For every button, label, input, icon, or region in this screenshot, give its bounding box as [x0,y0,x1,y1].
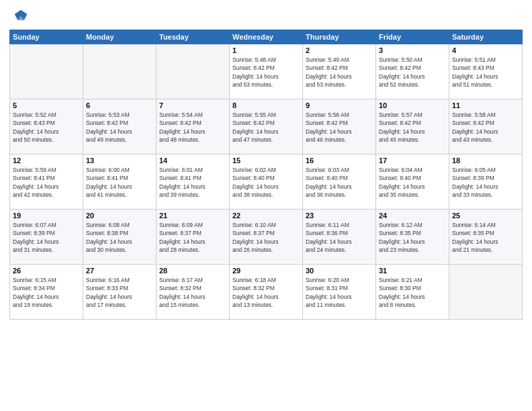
day-cell: 12Sunrise: 5:59 AMSunset: 8:41 PMDayligh… [10,154,83,210]
day-info: Sunrise: 5:51 AMSunset: 8:43 PMDaylight:… [452,56,519,89]
day-cell [157,44,230,99]
day-cell: 4Sunrise: 5:51 AMSunset: 8:43 PMDaylight… [449,44,523,99]
day-cell: 29Sunrise: 6:18 AMSunset: 8:32 PMDayligh… [230,265,303,320]
day-cell [83,44,157,99]
day-info: Sunrise: 6:16 AMSunset: 8:33 PMDaylight:… [86,276,153,309]
day-number: 16 [306,156,373,165]
day-info: Sunrise: 6:20 AMSunset: 8:31 PMDaylight:… [306,276,373,309]
day-cell: 17Sunrise: 6:04 AMSunset: 8:40 PMDayligh… [376,154,449,210]
day-cell: 9Sunrise: 5:56 AMSunset: 8:42 PMDaylight… [303,99,376,154]
day-info: Sunrise: 6:05 AMSunset: 8:39 PMDaylight:… [452,166,519,199]
day-number: 17 [379,156,446,165]
day-number: 11 [452,101,519,109]
logo-icon [9,7,28,26]
day-number: 18 [452,156,519,165]
day-info: Sunrise: 6:01 AMSunset: 8:41 PMDaylight:… [159,166,226,199]
weekday-header-friday: Friday [376,30,449,44]
day-info: Sunrise: 5:50 AMSunset: 8:42 PMDaylight:… [379,56,446,89]
day-number: 5 [13,101,80,109]
day-cell [449,265,523,320]
day-cell: 27Sunrise: 6:16 AMSunset: 8:33 PMDayligh… [83,265,157,320]
day-info: Sunrise: 6:17 AMSunset: 8:32 PMDaylight:… [159,276,226,309]
day-info: Sunrise: 5:54 AMSunset: 8:42 PMDaylight:… [159,111,226,144]
day-number: 6 [86,101,153,109]
header [9,7,523,26]
weekday-header-sunday: Sunday [10,30,83,44]
day-cell: 30Sunrise: 6:20 AMSunset: 8:31 PMDayligh… [303,265,376,320]
day-cell: 11Sunrise: 5:58 AMSunset: 8:42 PMDayligh… [449,99,523,154]
day-cell: 21Sunrise: 6:09 AMSunset: 8:37 PMDayligh… [157,210,230,265]
day-cell: 16Sunrise: 6:03 AMSunset: 8:40 PMDayligh… [303,154,376,210]
day-info: Sunrise: 5:55 AMSunset: 8:42 PMDaylight:… [232,111,300,144]
day-number: 4 [452,46,519,54]
day-number: 7 [159,101,226,109]
day-info: Sunrise: 5:49 AMSunset: 8:42 PMDaylight:… [306,56,373,89]
day-info: Sunrise: 6:08 AMSunset: 8:38 PMDaylight:… [86,221,153,254]
calendar-table: SundayMondayTuesdayWednesdayThursdayFrid… [9,30,523,320]
day-info: Sunrise: 6:18 AMSunset: 8:32 PMDaylight:… [232,276,300,309]
day-cell: 3Sunrise: 5:50 AMSunset: 8:42 PMDaylight… [376,44,449,99]
day-cell: 31Sunrise: 6:21 AMSunset: 8:30 PMDayligh… [376,265,449,320]
day-number: 13 [86,156,153,165]
day-number: 31 [379,267,446,275]
day-number: 23 [306,212,373,220]
day-cell: 5Sunrise: 5:52 AMSunset: 8:43 PMDaylight… [10,99,83,154]
day-info: Sunrise: 6:09 AMSunset: 8:37 PMDaylight:… [159,221,226,254]
week-row-5: 26Sunrise: 6:15 AMSunset: 8:34 PMDayligh… [10,265,523,320]
day-info: Sunrise: 6:15 AMSunset: 8:34 PMDaylight:… [13,276,80,309]
day-number: 26 [13,267,80,275]
day-number: 2 [306,46,373,54]
day-info: Sunrise: 6:11 AMSunset: 8:36 PMDaylight:… [306,221,373,254]
day-info: Sunrise: 6:14 AMSunset: 8:35 PMDaylight:… [452,221,519,254]
day-info: Sunrise: 5:56 AMSunset: 8:42 PMDaylight:… [306,111,373,144]
day-number: 24 [379,212,446,220]
weekday-header-saturday: Saturday [449,30,523,44]
day-cell: 24Sunrise: 6:12 AMSunset: 8:35 PMDayligh… [376,210,449,265]
day-cell: 6Sunrise: 5:53 AMSunset: 8:42 PMDaylight… [83,99,157,154]
day-info: Sunrise: 5:52 AMSunset: 8:43 PMDaylight:… [13,111,80,144]
day-cell: 2Sunrise: 5:49 AMSunset: 8:42 PMDaylight… [303,44,376,99]
day-cell: 19Sunrise: 6:07 AMSunset: 8:39 PMDayligh… [10,210,83,265]
day-cell: 15Sunrise: 6:02 AMSunset: 8:40 PMDayligh… [230,154,303,210]
day-number: 25 [452,212,519,220]
day-info: Sunrise: 6:07 AMSunset: 8:39 PMDaylight:… [13,221,80,254]
day-info: Sunrise: 5:53 AMSunset: 8:42 PMDaylight:… [86,111,153,144]
day-info: Sunrise: 6:21 AMSunset: 8:30 PMDaylight:… [379,276,446,309]
day-info: Sunrise: 6:03 AMSunset: 8:40 PMDaylight:… [306,166,373,199]
day-number: 9 [306,101,373,109]
day-number: 14 [159,156,226,165]
day-cell: 22Sunrise: 6:10 AMSunset: 8:37 PMDayligh… [230,210,303,265]
day-cell: 14Sunrise: 6:01 AMSunset: 8:41 PMDayligh… [157,154,230,210]
day-cell: 25Sunrise: 6:14 AMSunset: 8:35 PMDayligh… [449,210,523,265]
week-row-1: 1Sunrise: 5:48 AMSunset: 8:42 PMDaylight… [10,44,523,99]
day-cell: 1Sunrise: 5:48 AMSunset: 8:42 PMDaylight… [230,44,303,99]
day-info: Sunrise: 5:48 AMSunset: 8:42 PMDaylight:… [232,56,300,89]
day-info: Sunrise: 5:57 AMSunset: 8:42 PMDaylight:… [379,111,446,144]
week-row-4: 19Sunrise: 6:07 AMSunset: 8:39 PMDayligh… [10,210,523,265]
day-number: 1 [232,46,300,54]
day-info: Sunrise: 6:02 AMSunset: 8:40 PMDaylight:… [232,166,300,199]
weekday-header-wednesday: Wednesday [230,30,303,44]
day-number: 28 [159,267,226,275]
weekday-header-monday: Monday [83,30,157,44]
weekday-header-row: SundayMondayTuesdayWednesdayThursdayFrid… [10,30,523,44]
day-info: Sunrise: 5:58 AMSunset: 8:42 PMDaylight:… [452,111,519,144]
day-cell: 20Sunrise: 6:08 AMSunset: 8:38 PMDayligh… [83,210,157,265]
day-info: Sunrise: 6:12 AMSunset: 8:35 PMDaylight:… [379,221,446,254]
day-cell [10,44,83,99]
weekday-header-thursday: Thursday [303,30,376,44]
day-number: 15 [232,156,300,165]
day-number: 21 [159,212,226,220]
week-row-2: 5Sunrise: 5:52 AMSunset: 8:43 PMDaylight… [10,99,523,154]
day-cell: 10Sunrise: 5:57 AMSunset: 8:42 PMDayligh… [376,99,449,154]
day-cell: 23Sunrise: 6:11 AMSunset: 8:36 PMDayligh… [303,210,376,265]
day-number: 30 [306,267,373,275]
day-cell: 7Sunrise: 5:54 AMSunset: 8:42 PMDaylight… [157,99,230,154]
day-info: Sunrise: 6:00 AMSunset: 8:41 PMDaylight:… [86,166,153,199]
day-info: Sunrise: 6:10 AMSunset: 8:37 PMDaylight:… [232,221,300,254]
day-info: Sunrise: 6:04 AMSunset: 8:40 PMDaylight:… [379,166,446,199]
day-number: 27 [86,267,153,275]
day-cell: 28Sunrise: 6:17 AMSunset: 8:32 PMDayligh… [157,265,230,320]
day-number: 3 [379,46,446,54]
page: SundayMondayTuesdayWednesdayThursdayFrid… [0,0,532,411]
